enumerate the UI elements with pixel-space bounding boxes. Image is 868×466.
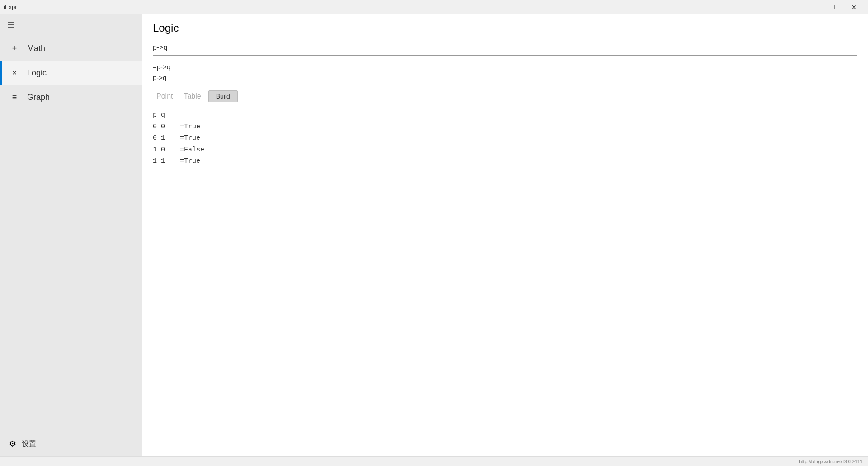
sidebar: ☰ + Math × Logic ≡ Graph ⚙ 设置 <box>0 14 142 456</box>
inputs-0: 0 0 <box>153 121 180 133</box>
sidebar-item-logic-label: Logic <box>27 68 47 78</box>
sidebar-item-logic[interactable]: × Logic <box>0 61 142 85</box>
result-0: =True <box>180 121 216 133</box>
status-bar: http://blog.csdn.net/D032411 <box>0 456 868 466</box>
header-pq: p q <box>153 109 180 121</box>
sidebar-nav: + Math × Logic ≡ Graph <box>0 36 142 432</box>
result-1: =True <box>180 132 216 144</box>
main-content: Logic =p->q p->q Point Table Build p q 0… <box>142 14 868 456</box>
truth-table-row-1: 0 1 =True <box>153 132 857 144</box>
sidebar-item-graph-label: Graph <box>27 93 50 102</box>
sidebar-header: ☰ <box>0 14 142 36</box>
parsed-line2: p->q <box>153 72 857 83</box>
expression-input[interactable] <box>153 40 857 56</box>
truth-table-row-3: 1 1 =True <box>153 155 857 167</box>
app-body: ☰ + Math × Logic ≡ Graph ⚙ 设置 Logic <box>0 14 868 456</box>
input-section <box>142 40 868 60</box>
app-name: iExpr <box>4 4 17 10</box>
logic-icon: × <box>9 68 20 78</box>
minimize-button[interactable]: — <box>800 0 821 14</box>
titlebar-left: iExpr <box>4 4 17 10</box>
truth-table: p q 0 0 =True 0 1 =True 1 0 =False 1 1 =… <box>142 106 868 171</box>
build-button[interactable]: Build <box>208 90 238 102</box>
page-title: Logic <box>142 14 868 40</box>
parsed-line1: =p->q <box>153 61 857 72</box>
settings-label: 设置 <box>22 439 36 449</box>
tab-table[interactable]: Table <box>180 90 204 102</box>
result-2: =False <box>180 144 216 156</box>
settings-icon: ⚙ <box>9 439 16 449</box>
close-button[interactable]: ✕ <box>844 0 864 14</box>
inputs-2: 1 0 <box>153 144 180 156</box>
tab-point[interactable]: Point <box>153 90 176 102</box>
graph-icon: ≡ <box>9 93 20 102</box>
settings-footer[interactable]: ⚙ 设置 <box>0 432 142 456</box>
sidebar-item-math-label: Math <box>27 44 45 53</box>
status-url: http://blog.csdn.net/D032411 <box>799 459 863 464</box>
truth-table-header: p q <box>153 109 857 121</box>
truth-table-row-2: 1 0 =False <box>153 144 857 156</box>
inputs-3: 1 1 <box>153 155 180 167</box>
maximize-button[interactable]: ❐ <box>822 0 843 14</box>
sidebar-item-math[interactable]: + Math <box>0 36 142 61</box>
sidebar-item-graph[interactable]: ≡ Graph <box>0 85 142 109</box>
math-icon: + <box>9 44 20 53</box>
titlebar: iExpr — ❐ ✕ <box>0 0 868 14</box>
tabs-row: Point Table Build <box>142 87 868 106</box>
hamburger-icon[interactable]: ☰ <box>7 20 14 30</box>
result-3: =True <box>180 155 216 167</box>
parsed-output: =p->q p->q <box>142 60 868 87</box>
inputs-1: 0 1 <box>153 132 180 144</box>
titlebar-controls: — ❐ ✕ <box>800 0 864 14</box>
truth-table-row-0: 0 0 =True <box>153 121 857 133</box>
